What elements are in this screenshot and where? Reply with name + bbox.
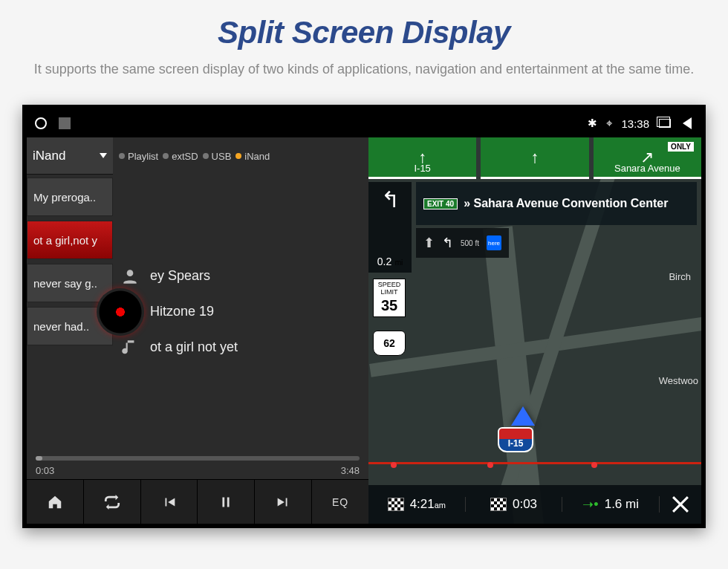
track-name: ot a girl not yet bbox=[150, 339, 238, 355]
prev-button[interactable] bbox=[141, 480, 198, 524]
album-name: Hitzone 19 bbox=[150, 304, 214, 319]
status-bar: ✱ ⌖ 13:38 bbox=[27, 109, 701, 137]
list-item[interactable]: My preroga.. bbox=[27, 178, 113, 216]
page-subtitle: It supports the same screen display of t… bbox=[30, 59, 698, 79]
player-controls: EQ bbox=[27, 479, 368, 524]
chevron-down-icon bbox=[100, 153, 107, 158]
exit-badge: EXIT 40 bbox=[423, 198, 458, 209]
remaining-distance-segment[interactable]: ➝• 1.6 mi bbox=[562, 496, 660, 513]
album-art-icon bbox=[97, 288, 144, 336]
source-tabs: Playlist extSD USB iNand bbox=[113, 137, 368, 175]
artist-icon bbox=[120, 267, 140, 286]
source-dropdown[interactable]: iNand bbox=[27, 137, 113, 175]
list-item[interactable]: never say g.. bbox=[27, 264, 113, 302]
arrow-up-icon: ↑ bbox=[530, 148, 539, 167]
destination-banner: EXIT 40 » Sahara Avenue Convention Cente… bbox=[416, 182, 697, 225]
distance-icon: ➝• bbox=[582, 496, 598, 513]
lane-guidance: ⬆ ↰ 500 ft here bbox=[416, 228, 509, 258]
tab-extsd[interactable]: extSD bbox=[163, 151, 198, 162]
svg-point-0 bbox=[127, 270, 134, 276]
here-badge: here bbox=[487, 235, 501, 250]
page-title: Split Screen Display bbox=[30, 15, 698, 51]
overhead-signs: ↑ I-15 ↑ ↗ ONLY Sanara Avenue bbox=[368, 137, 701, 179]
turn-arrow-icon: ↰ bbox=[381, 186, 400, 212]
checkered-flag-icon bbox=[490, 498, 507, 511]
turn-panel: ↰ 0.2 mi bbox=[368, 182, 412, 273]
trip-time-segment[interactable]: 0:03 bbox=[466, 497, 563, 512]
recents-icon[interactable] bbox=[658, 117, 672, 130]
pause-button[interactable] bbox=[198, 480, 255, 524]
list-item[interactable]: ot a girl,not y bbox=[27, 221, 113, 259]
media-player-pane: iNand Playlist extSD USB iNand My prerog… bbox=[27, 137, 368, 524]
sign-label: Sanara Avenue bbox=[614, 163, 680, 174]
time-elapsed: 0:03 bbox=[36, 465, 54, 476]
track-icon bbox=[120, 338, 140, 357]
home-circle-icon[interactable] bbox=[34, 117, 48, 130]
location-icon: ⌖ bbox=[606, 117, 612, 130]
route-dot bbox=[487, 462, 493, 468]
clock-time: 13:38 bbox=[621, 117, 649, 130]
gallery-icon[interactable] bbox=[58, 117, 71, 130]
overhead-sign: ↑ I-15 bbox=[368, 137, 476, 179]
only-badge: ONLY bbox=[668, 142, 694, 152]
checkered-flag-icon bbox=[388, 498, 404, 511]
lane-arrow-icon: ↰ bbox=[442, 235, 453, 251]
overhead-sign: ↗ ONLY Sanara Avenue bbox=[594, 137, 701, 179]
road-label: Westwoo bbox=[659, 375, 698, 386]
device-frame: ✱ ⌖ 13:38 iNand Playlist extSD USB iNand bbox=[22, 105, 706, 528]
promo-heading: Split Screen Display It supports the sam… bbox=[0, 0, 728, 87]
tab-playlist[interactable]: Playlist bbox=[119, 151, 158, 162]
route-shield: 62 bbox=[373, 331, 406, 356]
turn-distance: 0.2 bbox=[377, 256, 391, 267]
eta-segment[interactable]: 4:21am bbox=[368, 497, 466, 512]
progress-section: 0:03 3:48 bbox=[27, 449, 368, 479]
route-line bbox=[368, 462, 701, 464]
now-playing-meta: ey Spears Hitzone 19 ot a girl not yet bbox=[113, 175, 368, 449]
vehicle-marker-icon bbox=[511, 406, 535, 426]
interstate-shield: I-15 bbox=[498, 427, 533, 452]
nav-bottom-bar: 4:21am 0:03 ➝• 1.6 mi bbox=[368, 485, 701, 524]
route-dot bbox=[591, 462, 597, 468]
artist-name: ey Spears bbox=[150, 268, 210, 284]
destination-text: » Sahara Avenue Convention Center bbox=[464, 197, 668, 210]
progress-bar[interactable] bbox=[36, 456, 360, 461]
tab-inand[interactable]: iNand bbox=[235, 151, 270, 162]
lane-arrow-icon: ⬆ bbox=[423, 235, 435, 251]
next-button[interactable] bbox=[255, 480, 312, 524]
overhead-sign: ↑ bbox=[481, 137, 588, 179]
back-icon[interactable] bbox=[680, 117, 694, 130]
eq-button[interactable]: EQ bbox=[312, 480, 368, 524]
home-button[interactable] bbox=[27, 480, 84, 524]
speed-limit-value: 35 bbox=[374, 297, 405, 314]
sign-label: I-15 bbox=[414, 163, 430, 174]
bluetooth-icon: ✱ bbox=[588, 117, 597, 130]
road-label: Birch bbox=[669, 271, 691, 282]
speed-limit-label: SPEED LIMIT bbox=[374, 281, 405, 296]
tab-usb[interactable]: USB bbox=[203, 151, 232, 162]
turn-unit: mi bbox=[395, 259, 403, 267]
close-icon bbox=[670, 494, 691, 515]
close-nav-button[interactable] bbox=[660, 494, 701, 515]
repeat-button[interactable] bbox=[84, 480, 141, 524]
lane-distance: 500 ft bbox=[461, 239, 479, 247]
navigation-pane[interactable]: Birch Westwoo I-15 ↑ I-15 ↑ ↗ bbox=[368, 137, 701, 524]
speed-limit-sign: SPEED LIMIT 35 bbox=[373, 279, 406, 317]
time-total: 3:48 bbox=[341, 465, 360, 476]
route-dot bbox=[391, 462, 397, 468]
source-label: iNand bbox=[33, 149, 65, 163]
